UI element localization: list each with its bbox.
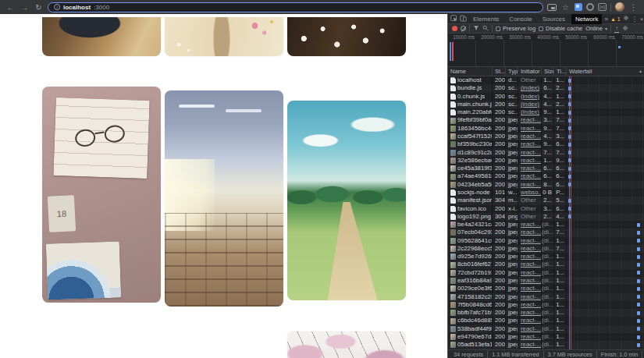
request-initiator[interactable]: (index) xyxy=(518,108,542,116)
network-request-row[interactable]: main.chunk.js200sc...(index)4...2... xyxy=(448,101,644,108)
request-initiator[interactable]: react-... xyxy=(518,253,542,261)
network-request-row[interactable]: d925e7d926f...200jpegreact-...(di...1... xyxy=(448,253,644,261)
site-info-icon[interactable]: i xyxy=(54,4,60,10)
request-initiator[interactable]: react-... xyxy=(518,325,542,333)
device-toolbar-icon[interactable] xyxy=(460,15,467,23)
extension-icon[interactable] xyxy=(586,3,594,11)
request-initiator[interactable]: react-... xyxy=(518,237,542,245)
request-initiator[interactable]: react-... xyxy=(518,125,542,133)
profile-avatar[interactable] xyxy=(615,2,624,12)
network-overview-timeline[interactable]: 10000 ms 20000 ms 30000 ms 40000 ms 5000… xyxy=(448,34,644,67)
network-request-row[interactable]: bundle.js200sc...(index)6...2... xyxy=(448,84,644,92)
network-request-row[interactable]: 0.chunk.js200sc...(index)4...1... xyxy=(448,93,644,101)
network-request-row[interactable]: 0029ce0e3f6...200jpegreact-...(di...1... xyxy=(448,285,644,292)
column-header-waterfall[interactable]: Waterfall xyxy=(567,67,644,76)
import-har-icon[interactable]: ↑ xyxy=(614,25,619,33)
tab-sources[interactable]: Sources xyxy=(539,14,569,24)
gallery-image-painting[interactable] xyxy=(165,17,283,56)
back-icon[interactable]: ← xyxy=(5,2,16,12)
network-request-row[interactable]: main.220abfd...200sc...(index)9...1... xyxy=(448,108,644,116)
warning-badge[interactable]: ▲ 1 xyxy=(610,16,621,22)
network-request-row[interactable]: 2c22968ecc5...200jpegreact-...(di...7... xyxy=(448,245,644,253)
request-initiator[interactable]: (index) xyxy=(518,93,542,101)
gallery-image-landscape[interactable] xyxy=(287,101,406,300)
network-request-row[interactable]: localhost200d...Other1...1... xyxy=(448,76,644,84)
request-initiator[interactable]: react-... xyxy=(518,245,542,253)
request-initiator[interactable]: (index) xyxy=(518,101,542,108)
network-request-row[interactable]: logo192.png304pngOther2...4... xyxy=(448,213,644,221)
network-request-row[interactable]: 9fefbf39bf0a8...200jpegreact-...3...7... xyxy=(448,116,644,124)
column-header-type[interactable]: Type xyxy=(506,67,518,76)
network-request-row[interactable]: ccaf547f1520...200jpegreact-...4...3... xyxy=(448,133,644,140)
network-request-row[interactable]: 8cb016fef627...200jpegreact-...(di...1..… xyxy=(448,261,644,268)
tab-network[interactable]: Network xyxy=(571,14,602,24)
request-initiator[interactable]: react-... xyxy=(518,149,542,157)
column-header-name[interactable]: Name xyxy=(448,67,493,76)
request-initiator[interactable]: react-... xyxy=(518,317,542,324)
extension-icon[interactable] xyxy=(575,3,582,11)
request-initiator[interactable]: react-... xyxy=(518,293,542,301)
devtools-menu-icon[interactable]: ⋮ xyxy=(632,16,638,23)
request-initiator[interactable]: react-... xyxy=(518,261,542,268)
request-initiator[interactable]: react-... xyxy=(518,140,542,148)
request-initiator[interactable]: react-... xyxy=(518,269,542,277)
network-request-row[interactable]: 32e586ecba0...200jpegreact-...1...9... xyxy=(448,157,644,165)
address-bar[interactable]: i localhost:3000 xyxy=(48,2,543,12)
request-initiator[interactable]: react-... xyxy=(518,341,542,349)
preserve-log-checkbox[interactable]: Preserve log xyxy=(496,25,535,32)
column-header-status[interactable]: St... xyxy=(493,67,506,76)
throttling-dropdown[interactable]: Online ▾ xyxy=(585,25,607,32)
request-initiator[interactable]: webso... xyxy=(518,189,542,197)
network-request-row[interactable]: 1863456bc44...200jpegreact-...9...7... xyxy=(448,125,644,133)
request-initiator[interactable]: react-... xyxy=(518,165,542,172)
network-request-row[interactable]: manifest.json304m...Other2...5... xyxy=(448,197,644,204)
network-request-row[interactable]: 538badf44f9b...200jpegreact-...(di...1..… xyxy=(448,325,644,333)
request-initiator[interactable]: react-... xyxy=(518,116,542,124)
network-request-row[interactable]: 04234eb5a50...200jpegreact-...8...6... xyxy=(448,181,644,189)
request-initiator[interactable]: react-... xyxy=(518,181,542,189)
network-request-row[interactable]: 47158182c2f...200jpegreact-...(di...1... xyxy=(448,293,644,301)
forward-icon[interactable]: → xyxy=(20,2,30,12)
filter-funnel-icon[interactable] xyxy=(473,25,479,33)
disable-cache-checkbox[interactable]: Disable cache xyxy=(539,25,582,32)
media-control-icon[interactable] xyxy=(547,4,557,11)
gallery-image-classroom[interactable] xyxy=(165,90,283,307)
network-request-row[interactable]: sockjs-node101w...webso...0 BP... xyxy=(448,189,644,197)
request-initiator[interactable]: react-... xyxy=(518,133,542,140)
network-request-row[interactable]: favicon.ico200x-i...Other3...6... xyxy=(448,205,644,213)
browser-menu-icon[interactable]: ⋮ xyxy=(628,2,639,12)
network-request-row[interactable]: d1c89c91c2d...200jpegreact-...7...7... xyxy=(448,149,644,157)
network-request-row[interactable]: bf359bc230a...200jpegreact-...9...6... xyxy=(448,140,644,148)
gallery-image-daisies[interactable] xyxy=(287,17,406,56)
gallery-image-stationery[interactable]: 18 xyxy=(42,87,161,303)
tab-console[interactable]: Console xyxy=(505,14,535,24)
column-header-size[interactable]: Size xyxy=(542,67,554,76)
network-request-row[interactable]: 095628641cf...200jpegreact-...(di...1... xyxy=(448,237,644,245)
refresh-icon[interactable]: ↻ xyxy=(34,2,44,12)
network-request-row[interactable]: 07ecb04c293...200jpegreact-...(di...7... xyxy=(448,229,644,236)
extension-icon[interactable]: [×] xyxy=(598,3,607,11)
request-initiator[interactable]: react-... xyxy=(518,301,542,309)
network-request-row[interactable]: eaf316b84a9...200jpegreact-...(di...1... xyxy=(448,277,644,285)
network-settings-gear-icon[interactable] xyxy=(622,25,628,33)
search-icon[interactable] xyxy=(482,25,489,33)
request-initiator[interactable]: react-... xyxy=(518,157,542,165)
network-request-row[interactable]: 05ad513efa1f...200jpegreact-...(di...1..… xyxy=(448,341,644,349)
inspect-element-icon[interactable] xyxy=(450,15,457,23)
gallery-image-cherry[interactable] xyxy=(287,331,406,358)
network-request-row[interactable]: a74ae495818...200jpegreact-...6...6... xyxy=(448,172,644,180)
request-initiator[interactable]: react-... xyxy=(518,172,542,180)
network-request-row[interactable]: 7f5b0848cd6...200jpegreact-...(di...1... xyxy=(448,301,644,309)
request-initiator[interactable]: react-... xyxy=(518,221,542,229)
column-header-time[interactable]: Ti... xyxy=(554,67,567,76)
column-header-initiator[interactable]: Initiator xyxy=(518,67,542,76)
network-request-row[interactable]: 72cbd72b193...200jpegreact-...(di...1... xyxy=(448,269,644,277)
bookmark-star-icon[interactable]: ☆ xyxy=(560,2,571,12)
request-initiator[interactable]: react-... xyxy=(518,229,542,236)
tab-elements[interactable]: Elements xyxy=(469,14,503,24)
more-tabs-icon[interactable]: » xyxy=(604,16,607,23)
timeline-band[interactable] xyxy=(448,41,644,66)
network-request-row[interactable]: ce45a3819f3...200jpegreact-...6...6... xyxy=(448,165,644,172)
network-request-row[interactable]: c6bdc46d885...200jpegreact-...(di...1... xyxy=(448,317,644,324)
request-initiator[interactable]: react-... xyxy=(518,333,542,341)
